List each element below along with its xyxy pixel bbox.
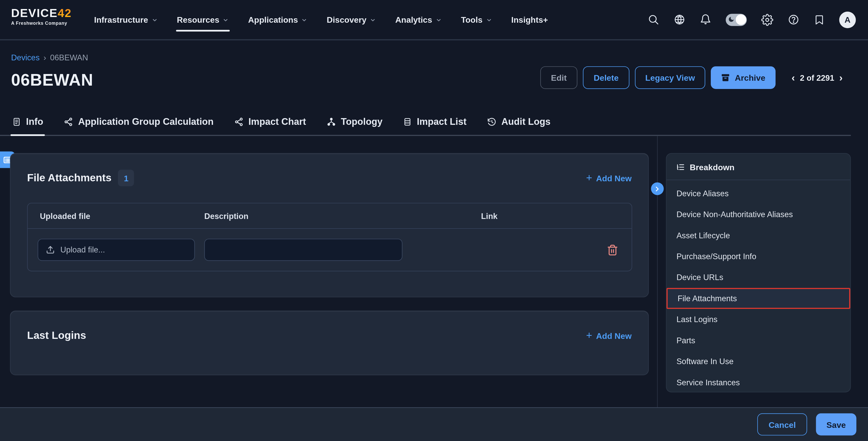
column-header-description: Description <box>204 203 248 229</box>
list-tree-icon <box>676 163 685 171</box>
page-actions: Edit Delete Legacy View Archive ‹ 2 of 2… <box>540 66 843 89</box>
last-logins-title: Last Logins <box>27 329 86 341</box>
description-input[interactable] <box>204 239 403 261</box>
save-button[interactable]: Save <box>816 413 857 436</box>
bookmark-icon[interactable] <box>814 14 825 25</box>
record-pager: ‹ 2 of 2291 › <box>792 73 842 83</box>
column-header-uploaded-file: Uploaded file <box>40 203 90 229</box>
breakdown-item-purchase-support-info[interactable]: Purchase/Support Info <box>666 246 850 267</box>
delete-button[interactable]: Delete <box>583 66 629 89</box>
dark-mode-toggle[interactable] <box>726 14 747 26</box>
breakdown-item-asset-lifecycle[interactable]: Asset Lifecycle <box>666 225 850 246</box>
pager-next-icon[interactable]: › <box>839 73 843 83</box>
breakdown-title: Breakdown <box>690 162 735 171</box>
chevron-right-icon <box>654 185 660 192</box>
chevron-down-icon <box>436 17 442 23</box>
last-logins-add-new-button[interactable]: + Add New <box>586 330 631 340</box>
last-logins-card: Last Logins + Add New <box>10 310 649 375</box>
detail-tabs: Info Application Group Calculation Impac… <box>12 110 551 136</box>
device42-app: DEVICE42 A Freshworks Company Infrastruc… <box>0 0 868 441</box>
device42-logo[interactable]: DEVICE42 A Freshworks Company <box>11 7 72 26</box>
breakdown-item-software-in-use[interactable]: Software In Use <box>666 351 850 372</box>
pager-label: 2 of 2291 <box>800 73 834 82</box>
settings-gear-icon[interactable] <box>761 14 773 26</box>
nav-item-resources[interactable]: Resources <box>177 0 229 39</box>
search-icon[interactable] <box>648 14 659 26</box>
share-network-icon <box>234 117 243 126</box>
content-sidebar-divider <box>657 136 658 407</box>
upload-icon <box>46 245 55 254</box>
nav-item-analytics[interactable]: Analytics <box>395 0 441 39</box>
main-nav: Infrastructure Resources Applications Di… <box>94 0 548 39</box>
file-attachments-add-new-button[interactable]: + Add New <box>586 173 631 183</box>
archive-icon <box>721 73 731 82</box>
share-network-icon <box>64 117 73 126</box>
tab-impact-chart[interactable]: Impact Chart <box>234 110 306 136</box>
list-rows-icon <box>403 117 412 126</box>
upload-file-label: Upload file... <box>60 245 105 254</box>
plus-icon: + <box>586 173 592 183</box>
file-attachments-table: Uploaded file Description Link Upload fi… <box>27 203 632 271</box>
history-icon <box>487 117 496 126</box>
breakdown-item-service-instances[interactable]: Service Instances <box>666 372 850 393</box>
tab-topology[interactable]: Topology <box>326 110 382 136</box>
breakdown-item-last-logins[interactable]: Last Logins <box>666 309 850 330</box>
tab-application-group-calculation[interactable]: Application Group Calculation <box>64 110 214 136</box>
chevron-down-icon <box>370 17 376 23</box>
table-row: Upload file... <box>28 229 631 271</box>
sidebar-collapse-button[interactable] <box>651 182 663 195</box>
tab-info[interactable]: Info <box>12 110 43 136</box>
nav-item-discovery[interactable]: Discovery <box>327 0 376 39</box>
file-attachments-title: File Attachments <box>27 172 112 184</box>
globe-icon[interactable] <box>674 14 685 26</box>
upload-file-button[interactable]: Upload file... <box>38 239 195 261</box>
breakdown-item-device-non-authoritative-aliases[interactable]: Device Non-Authoritative Aliases <box>666 204 850 225</box>
user-avatar[interactable]: A <box>839 11 856 28</box>
breadcrumb: Devices › 06BEWAN <box>11 53 88 62</box>
edit-button[interactable]: Edit <box>540 66 578 89</box>
chevron-down-icon <box>151 17 157 23</box>
delete-row-trash-icon[interactable] <box>607 244 618 256</box>
logo-42: 42 <box>58 7 71 19</box>
breadcrumb-current: 06BEWAN <box>50 53 88 62</box>
save-bar: Cancel Save <box>0 407 868 441</box>
document-icon <box>12 117 21 126</box>
breadcrumb-separator: › <box>43 53 46 62</box>
logo-wordmark: DEVICE42 <box>11 7 72 19</box>
cancel-button[interactable]: Cancel <box>757 413 807 436</box>
legacy-view-button[interactable]: Legacy View <box>635 66 705 89</box>
tab-impact-list[interactable]: Impact List <box>403 110 467 136</box>
chevron-down-icon <box>222 17 229 23</box>
page-title: 06BEWAN <box>11 71 93 90</box>
breakdown-item-device-urls[interactable]: Device URLs <box>666 267 850 288</box>
breakdown-item-parts[interactable]: Parts <box>666 330 850 351</box>
moon-icon <box>728 16 735 23</box>
navbar-utilities: A <box>648 0 856 39</box>
file-attachments-count-badge: 1 <box>118 170 134 186</box>
nav-item-insights[interactable]: Insights+ <box>511 0 548 39</box>
logo-subtitle: A Freshworks Company <box>11 21 72 26</box>
breakdown-item-device-aliases[interactable]: Device Aliases <box>666 183 850 204</box>
nav-item-applications[interactable]: Applications <box>248 0 307 39</box>
breakdown-item-file-attachments[interactable]: File Attachments <box>666 288 850 309</box>
pager-prev-icon[interactable]: ‹ <box>792 73 795 83</box>
chevron-down-icon <box>301 17 308 23</box>
nav-item-infrastructure[interactable]: Infrastructure <box>94 0 158 39</box>
chevron-down-icon <box>486 17 492 23</box>
table-header-row: Uploaded file Description Link <box>28 203 631 229</box>
tab-audit-logs[interactable]: Audit Logs <box>487 110 551 136</box>
top-navbar: DEVICE42 A Freshworks Company Infrastruc… <box>0 0 868 40</box>
file-attachments-card: File Attachments 1 + Add New Uploaded fi… <box>10 153 649 297</box>
hierarchy-icon <box>326 117 336 126</box>
nav-item-tools[interactable]: Tools <box>461 0 492 39</box>
breakdown-divider <box>666 179 850 180</box>
breakdown-panel: Breakdown Device Aliases Device Non-Auth… <box>666 153 851 393</box>
notifications-bell-icon[interactable] <box>700 14 711 26</box>
breadcrumb-devices-link[interactable]: Devices <box>11 53 40 62</box>
breakdown-list: Device Aliases Device Non-Authoritative … <box>666 183 850 393</box>
toggle-knob <box>735 14 746 25</box>
plus-icon: + <box>586 330 592 340</box>
help-icon[interactable] <box>788 14 799 26</box>
archive-button[interactable]: Archive <box>711 66 776 89</box>
column-header-link: Link <box>481 203 497 229</box>
